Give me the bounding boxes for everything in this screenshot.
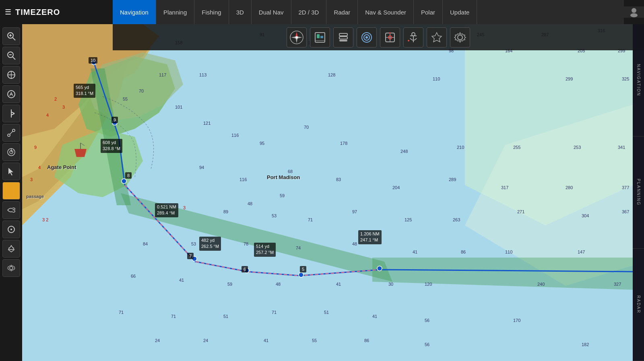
tool-route[interactable] [2,124,20,142]
nav-tab-fishing[interactable]: Fishing [194,0,229,24]
nav-tab-planning[interactable]: Planning [156,0,194,24]
waypoint-btn[interactable] [427,27,447,47]
svg-point-77 [377,266,382,271]
anchor-btn[interactable] [403,27,423,47]
hamburger-icon[interactable]: ☰ [5,8,11,17]
tool-mark[interactable] [2,105,20,122]
nav-tab-nav-sounder[interactable]: Nav & Sounder [358,0,414,24]
svg-point-55 [10,266,13,270]
target-btn[interactable] [380,27,400,47]
svg-point-54 [10,229,12,230]
nav-tabs: NavigationPlanningFishing3DDual Nav2D / … [113,0,624,24]
svg-point-39 [8,91,15,98]
tool-ship[interactable] [2,240,20,258]
svg-point-0 [632,8,636,13]
map-area[interactable]: 158 91 102 197 213 245 287 316 98 164 20… [22,24,633,361]
svg-point-26 [408,40,409,41]
nav-tab-radar[interactable]: Radar [326,0,358,24]
svg-point-23 [412,33,415,36]
svg-point-7 [295,36,298,39]
logo-area: ☰ TIMEZERO [0,0,113,24]
svg-line-34 [12,57,15,60]
tool-zoom-out[interactable] [2,47,20,64]
ais-btn[interactable] [357,27,377,47]
nav-tab-dual-nav[interactable]: Dual Nav [252,0,291,24]
tool-settings[interactable] [2,259,20,277]
logo-text: TIMEZERO [15,8,60,17]
svg-marker-51 [8,168,13,175]
tool-circle[interactable] [2,221,20,238]
tool-cursor[interactable] [2,163,20,180]
chart-display-btn[interactable] [310,27,330,47]
svg-rect-13 [339,37,347,39]
svg-point-17 [365,36,368,39]
top-bar: ☰ TIMEZERO NavigationPlanningFishing3DDu… [0,0,644,24]
nav-tab-3d[interactable]: 3D [229,0,252,24]
svg-point-72 [112,120,117,125]
settings-toolbar-btn[interactable] [450,27,470,47]
svg-marker-27 [432,33,442,42]
svg-point-1 [630,13,638,17]
svg-point-52 [12,209,14,210]
svg-line-43 [11,113,14,115]
nav-tab-navigation[interactable]: Navigation [113,0,156,24]
nav-tab-update[interactable]: Update [443,0,477,24]
compass-btn[interactable] [287,27,307,47]
svg-line-30 [12,37,15,40]
svg-point-75 [244,268,249,273]
svg-line-46 [10,131,13,134]
svg-point-73 [122,179,126,184]
tool-radar[interactable] [2,143,20,161]
tool-hand[interactable] [2,182,20,200]
nav-tab-polar[interactable]: Polar [414,0,443,24]
profile-icon[interactable] [624,6,644,18]
svg-point-71 [91,60,96,65]
svg-rect-12 [339,33,347,36]
right-navigation-label[interactable]: NAVIGATION [633,24,644,136]
svg-rect-10 [320,36,323,38]
right-sidebar: NAVIGATION PLANNING RADAR [633,24,644,361]
svg-point-22 [389,32,391,34]
svg-point-28 [458,35,462,40]
left-sidebar [0,24,22,361]
tool-fish[interactable] [2,201,20,219]
tool-zoom-in[interactable] [2,27,20,45]
right-planning-label[interactable]: PLANNING [633,136,644,249]
svg-point-74 [192,256,197,261]
toolbar [113,24,644,50]
right-radar-label[interactable]: RADAR [633,249,644,361]
svg-rect-9 [317,34,320,38]
tool-measure[interactable] [2,85,20,103]
nav-tab-2d-3d[interactable]: 2D / 3D [291,0,327,24]
svg-point-76 [299,272,303,277]
layers-btn[interactable] [333,27,353,47]
svg-rect-14 [339,40,347,41]
svg-line-42 [11,112,14,113]
tool-pan[interactable] [2,66,20,84]
